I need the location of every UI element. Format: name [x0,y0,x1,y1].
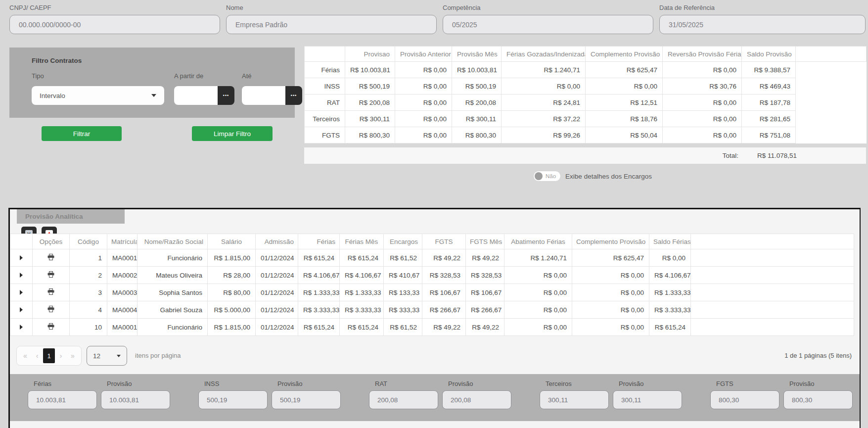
to-date-picker-button[interactable]: ••• [285,86,302,105]
expand-cell [10,301,33,319]
totals-provisao-input[interactable] [783,390,853,409]
print-row-button[interactable] [46,305,55,315]
page-size-select[interactable]: 12 [87,346,127,366]
field-input[interactable] [226,15,437,34]
totals-provisao-input[interactable] [272,390,341,409]
cell-provisao: R$ 200,08 [345,95,395,111]
last-page-button[interactable]: » [67,348,79,363]
cell-complemento: R$ 625,47 [572,249,649,267]
from-date-picker-button[interactable]: ••• [218,86,234,105]
tipo-select[interactable]: Intervalo [32,86,164,105]
print-row-button[interactable] [46,322,55,332]
totals-provisao-input[interactable] [101,390,170,409]
totals-value-input[interactable] [369,390,438,409]
cell-ferias-mes: R$ 4.106,67 [340,267,384,284]
prev-page-button[interactable]: ‹ [31,348,43,363]
cell-provisao: R$ 300,11 [345,111,395,127]
totals-provisao-input[interactable] [613,390,682,409]
summary-table-row: RAT R$ 200,08 R$ 0,00 R$ 200,08 R$ 24,81… [305,95,867,111]
tab-provisao-analitica[interactable]: Provisão Analítica [17,209,125,224]
row-label: RAT [305,95,345,111]
totals-value-input[interactable] [198,390,268,409]
expand-row-icon[interactable] [20,307,23,312]
cell-saldo: R$ 187,78 [742,95,796,111]
printer-icon [47,288,54,295]
form-field: Data de Referência [659,4,866,34]
totals-value-input[interactable] [28,390,97,409]
totals-column: Terceiros [540,380,609,409]
ellipsis-icon: ••• [223,93,229,98]
to-date-label: Até [242,72,252,80]
print-row-button[interactable] [46,287,55,297]
cell-provisao-mes: R$ 300,11 [452,111,502,127]
toggle-label: Exibe detalhes dos Encargos [565,173,652,180]
filler-cell [691,284,854,301]
analytic-table-row: 3 MA0003 Sophia Santos R$ 80,00 01/12/20… [10,284,854,301]
tipo-select-value: Intervalo [40,92,65,99]
cell-saldo-ferias: R$ 0,00 [649,249,691,267]
ellipsis-icon: ••• [291,93,297,98]
cell-saldo-ferias: R$ 3.333,33 [649,301,691,319]
analytic-column-header: Complemento Provisão [572,234,649,249]
cell-codigo: 2 [70,267,107,284]
summary-table-row: Terceiros R$ 300,11 R$ 0,00 R$ 300,11 R$… [305,111,867,127]
field-label: CNPJ/ CAEPF [9,4,220,11]
cell-salario: R$ 80,00 [208,284,256,301]
row-label: FGTS [305,127,345,143]
analytic-column-header: FGTS Mês [466,234,504,249]
print-row-button[interactable] [46,253,55,263]
totals-group-label: FGTS [710,380,779,387]
print-row-button[interactable] [46,270,55,280]
row-label: Férias [305,62,345,78]
limpar-filtro-button[interactable]: Limpar Filtro [192,126,273,141]
opcoes-cell [33,267,70,284]
cell-admissao: 01/12/2024 [256,319,298,336]
first-page-button[interactable]: « [19,348,31,363]
cell-matricula: MA0002 [107,267,137,284]
form-field: CNPJ/ CAEPF [9,4,220,34]
totals-column: Férias [28,380,97,409]
to-date-group: ••• [242,86,302,105]
totals-provisao-label: Provisão [783,380,853,387]
field-label: Data de Referência [659,4,866,11]
field-input[interactable] [9,15,220,34]
totals-column: Provisão [101,380,170,409]
next-page-button[interactable]: › [55,348,67,363]
cell-salario: R$ 1.815,00 [208,249,256,267]
cell-complemento: R$ 50,04 [586,127,663,143]
totals-value-input[interactable] [710,390,779,409]
expand-row-icon[interactable] [20,290,23,295]
from-date-input[interactable] [174,86,218,105]
form-field: Competência [443,4,653,34]
summary-column-header: Provisao [345,47,395,62]
encargos-toggle[interactable]: Não [533,171,561,182]
expand-row-icon[interactable] [20,325,23,330]
analytic-column-header [691,234,854,249]
expand-row-icon[interactable] [20,255,23,260]
field-input[interactable] [443,15,653,34]
totals-value-input[interactable] [540,390,609,409]
totals-provisao-label: Provisão [272,380,341,387]
cell-saldo: R$ 469,43 [742,78,796,95]
expand-row-icon[interactable] [20,273,23,278]
cell-reversao: R$ 0,00 [663,127,742,143]
totals-group: Terceiros Provisão [540,374,682,409]
totals-group-label: RAT [369,380,438,387]
to-date-input[interactable] [242,86,285,105]
current-page-button[interactable]: 1 [43,348,55,363]
cell-saldo-ferias: R$ 4.106,67 [649,267,691,284]
filtrar-button[interactable]: Filtrar [42,126,122,141]
field-input[interactable] [659,15,866,34]
cell-ferias-gozadas: R$ 0,00 [502,78,586,95]
cell-codigo: 1 [70,249,107,267]
cell-complemento: R$ 0,00 [572,319,649,336]
cell-codigo: 3 [70,284,107,301]
cell-codigo: 4 [70,301,107,319]
cell-ferias: R$ 615,24 [298,249,340,267]
cell-encargos: R$ 61,52 [384,319,422,336]
chevron-down-icon [117,355,121,357]
summary-column-header: Provisão Mês [452,47,502,62]
summary-column-header: Complemento Provisão [586,47,663,62]
totals-provisao-input[interactable] [442,390,511,409]
cell-fgts-mes: R$ 106,67 [466,284,504,301]
